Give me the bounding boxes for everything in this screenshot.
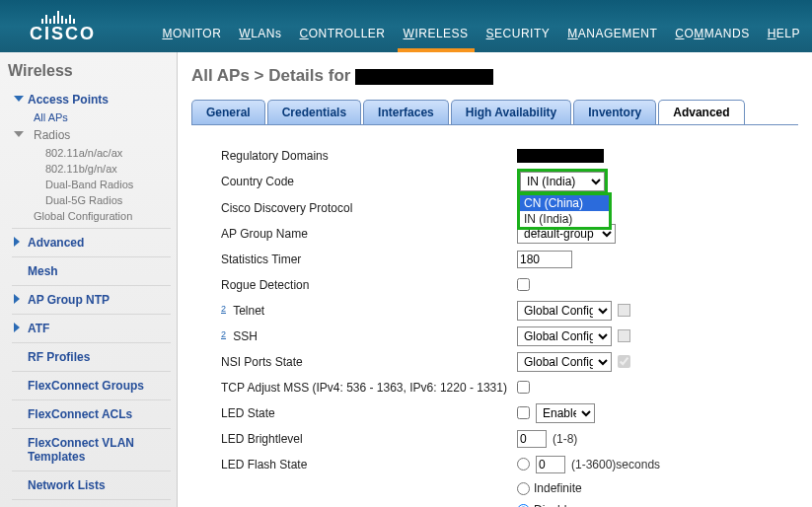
label-reg-domains: Regulatory Domains bbox=[221, 149, 517, 163]
nsi-select[interactable]: Global Config bbox=[517, 352, 612, 372]
nav-commands[interactable]: COMMANDS bbox=[675, 27, 749, 40]
label-led-state: LED State bbox=[221, 406, 517, 420]
sidebar-title: Wireless bbox=[8, 62, 177, 80]
nav-controller[interactable]: CONTROLLER bbox=[300, 27, 386, 40]
nav-wlans[interactable]: WLANs bbox=[239, 27, 281, 40]
sidebar-rf-profiles[interactable]: RF Profiles bbox=[6, 347, 177, 367]
top-nav: MONITOR WLANs CONTROLLER WIRELESS SECURI… bbox=[162, 27, 812, 52]
telnet-select[interactable]: Global Config bbox=[517, 301, 612, 321]
label-ap-group: AP Group Name bbox=[221, 227, 517, 241]
sidebar-ap-group-ntp[interactable]: AP Group NTP bbox=[6, 290, 177, 310]
tab-interfaces[interactable]: Interfaces bbox=[363, 100, 449, 124]
sidebar-radio-dual-band[interactable]: Dual-Band Radios bbox=[6, 177, 177, 192]
tab-bar: General Credentials Interfaces High Avai… bbox=[191, 100, 798, 125]
sidebar-radio-80211a[interactable]: 802.11a/n/ac/ax bbox=[6, 145, 177, 161]
label-indef: Indefinite bbox=[534, 481, 582, 495]
cisco-bars-icon bbox=[41, 10, 162, 24]
led-flash-input[interactable] bbox=[536, 456, 565, 473]
country-option-cn[interactable]: CN (China) bbox=[520, 195, 609, 211]
sidebar-network-lists[interactable]: Network Lists bbox=[6, 475, 177, 495]
ssh-disabled-checkbox bbox=[618, 329, 630, 342]
brand-logo: CISCO bbox=[0, 10, 162, 52]
led-flash-disable-radio[interactable] bbox=[517, 504, 530, 508]
sidebar-radios[interactable]: Radios bbox=[6, 125, 177, 145]
led-flash-seconds-radio[interactable] bbox=[517, 458, 530, 471]
country-code-dropdown: CN (China) IN (India) bbox=[517, 192, 612, 230]
nsi-disabled-checkbox bbox=[618, 355, 630, 368]
led-bright-input[interactable] bbox=[517, 430, 547, 448]
sidebar-access-points[interactable]: Access Points bbox=[6, 90, 177, 109]
chevron-down-icon bbox=[14, 96, 24, 102]
sidebar-radio-dual-5g[interactable]: Dual-5G Radios bbox=[6, 192, 177, 208]
label-cdp: Cisco Discovery Protocol bbox=[221, 201, 517, 215]
label-nsi: NSI Ports State bbox=[221, 355, 517, 369]
label-ssh: 2 SSH bbox=[221, 329, 517, 343]
footnote-link[interactable]: 2 bbox=[221, 304, 226, 314]
chevron-down-icon bbox=[14, 131, 24, 137]
top-header: CISCO MONITOR WLANs CONTROLLER WIRELESS … bbox=[0, 0, 812, 52]
sidebar-global-config[interactable]: Global Configuration bbox=[6, 208, 177, 224]
sidebar-flexconnect-vlan[interactable]: FlexConnect VLAN Templates bbox=[6, 433, 177, 467]
nav-monitor[interactable]: MONITOR bbox=[162, 27, 221, 40]
stats-timer-input[interactable] bbox=[517, 251, 572, 268]
nav-wireless[interactable]: WIRELESS bbox=[404, 27, 469, 40]
nav-management[interactable]: MANAGEMENT bbox=[567, 27, 657, 40]
redacted-reg-domains bbox=[517, 149, 604, 163]
country-code-highlight: IN (India) CN (China) IN (India) bbox=[517, 169, 608, 194]
sidebar-atf[interactable]: ATF bbox=[6, 319, 177, 338]
label-telnet: 2 Telnet bbox=[221, 304, 517, 318]
rogue-checkbox[interactable] bbox=[517, 278, 530, 291]
country-code-select[interactable]: IN (India) bbox=[520, 172, 605, 191]
label-led-flash: LED Flash State bbox=[221, 458, 517, 471]
sidebar-mesh[interactable]: Mesh bbox=[6, 261, 177, 281]
country-option-in[interactable]: IN (India) bbox=[520, 211, 609, 227]
nav-help[interactable]: HELP bbox=[768, 27, 800, 40]
label-led-bright: LED Brightlevel bbox=[221, 432, 517, 446]
led-bright-hint: (1-8) bbox=[553, 432, 577, 446]
tab-advanced[interactable]: Advanced bbox=[658, 100, 744, 124]
tab-high-availability[interactable]: High Availability bbox=[451, 100, 571, 124]
label-stats-timer: Statistics Timer bbox=[221, 253, 517, 266]
brand-text: CISCO bbox=[30, 24, 162, 44]
sidebar-flexconnect-acls[interactable]: FlexConnect ACLs bbox=[6, 404, 177, 424]
tab-credentials[interactable]: Credentials bbox=[267, 100, 361, 124]
chevron-right-icon bbox=[14, 323, 20, 332]
label-rogue: Rogue Detection bbox=[221, 278, 517, 292]
redacted-ap-name bbox=[355, 69, 493, 85]
sidebar: Wireless Access Points All APs Radios 80… bbox=[0, 52, 178, 507]
content-area: All APs > Details for General Credential… bbox=[178, 52, 812, 507]
sidebar-radio-80211b[interactable]: 802.11b/g/n/ax bbox=[6, 161, 177, 177]
sidebar-all-aps[interactable]: All APs bbox=[6, 109, 177, 125]
ssh-select[interactable]: Global Config bbox=[517, 326, 612, 346]
label-tcp-mss: TCP Adjust MSS (IPv4: 536 - 1363, IPv6: … bbox=[221, 381, 517, 395]
sidebar-advanced[interactable]: Advanced bbox=[6, 233, 177, 253]
label-country-code: Country Code bbox=[221, 175, 517, 188]
tab-general[interactable]: General bbox=[191, 100, 265, 124]
led-flash-hint: (1-3600)seconds bbox=[571, 458, 660, 471]
tcp-mss-checkbox[interactable] bbox=[517, 381, 530, 394]
led-state-checkbox[interactable] bbox=[517, 406, 530, 419]
telnet-disabled-checkbox bbox=[618, 304, 630, 317]
chevron-right-icon bbox=[14, 237, 20, 247]
footnote-link[interactable]: 2 bbox=[221, 329, 226, 339]
led-state-select[interactable]: Enable bbox=[536, 403, 595, 423]
chevron-right-icon bbox=[14, 294, 20, 304]
led-flash-indef-radio[interactable] bbox=[517, 482, 530, 495]
sidebar-flexconnect-groups[interactable]: FlexConnect Groups bbox=[6, 376, 177, 396]
tab-inventory[interactable]: Inventory bbox=[573, 100, 656, 124]
nav-security[interactable]: SECURITY bbox=[486, 27, 551, 40]
label-disable: Disable bbox=[534, 503, 573, 507]
page-title: All APs > Details for bbox=[191, 66, 798, 86]
form-area: Regulatory Domains Country Code IN (Indi… bbox=[191, 125, 798, 507]
